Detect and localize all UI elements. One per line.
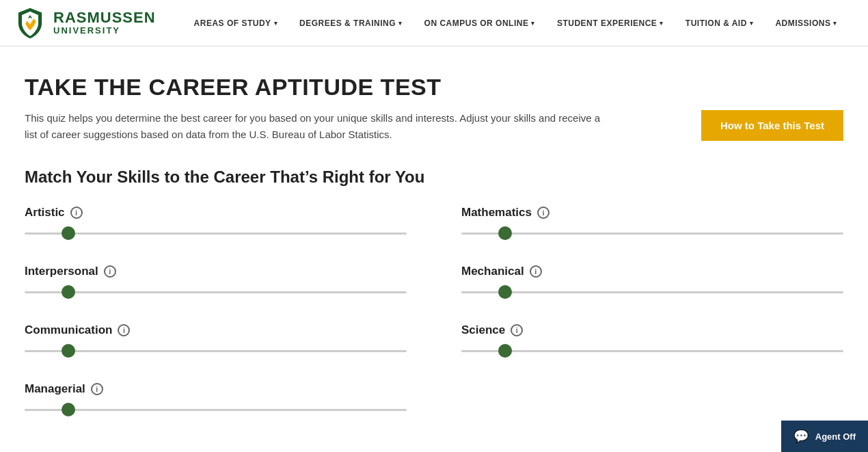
slider-container-mechanical: [461, 285, 843, 299]
caret-icon: ▾: [660, 20, 664, 27]
main-content: Take the CAREER APTITUDE TEST This quiz …: [0, 46, 868, 452]
intro-row: This quiz helps you determine the best c…: [25, 110, 843, 143]
info-icon-artistic[interactable]: i: [70, 207, 83, 219]
right-skills-column: Mathematics i Mechanical i: [461, 206, 843, 441]
slider-container-managerial: [25, 403, 407, 416]
page-title: Take the CAREER APTITUDE TEST: [25, 74, 843, 101]
nav-degrees-training[interactable]: DEGREES & TRAINING ▾: [288, 0, 413, 46]
skill-row-mechanical: Mechanical i: [461, 265, 843, 299]
info-icon-interpersonal[interactable]: i: [104, 265, 116, 278]
skill-label-artistic: Artistic: [25, 206, 65, 220]
slider-container-science: [461, 344, 843, 358]
slider-container-communication: [25, 344, 407, 358]
navbar: RASMUSSEN UNIVERSITY AREAS OF STUDY ▾ DE…: [0, 0, 868, 46]
skill-label-managerial: Managerial: [25, 382, 85, 396]
slider-container-artistic: [25, 226, 407, 240]
logo-link[interactable]: RASMUSSEN UNIVERSITY: [14, 7, 156, 40]
skill-row-managerial: Managerial i: [25, 382, 407, 416]
logo-text: RASMUSSEN UNIVERSITY: [53, 10, 156, 36]
caret-icon: ▾: [833, 20, 837, 27]
skill-row-interpersonal: Interpersonal i: [25, 265, 407, 299]
skill-label-interpersonal: Interpersonal: [25, 265, 98, 278]
slider-container-mathematics: [461, 226, 843, 240]
skill-label-mechanical: Mechanical: [461, 265, 524, 278]
slider-managerial[interactable]: [25, 409, 407, 411]
how-to-button[interactable]: How to Take this Test: [701, 110, 843, 141]
slider-science[interactable]: [461, 350, 843, 352]
caret-icon: ▾: [750, 20, 754, 27]
nav-student-experience[interactable]: STUDENT EXPERIENCE ▾: [546, 0, 675, 46]
logo-icon: [14, 7, 46, 40]
section-heading: Match Your Skills to the Career That’s R…: [25, 168, 843, 187]
caret-icon: ▾: [398, 20, 403, 27]
slider-interpersonal[interactable]: [25, 291, 407, 293]
caret-icon: ▾: [531, 20, 535, 27]
slider-communication[interactable]: [25, 350, 407, 352]
skill-row-mathematics: Mathematics i: [461, 206, 843, 240]
info-icon-communication[interactable]: i: [118, 324, 130, 336]
chat-label: Agent Off: [815, 431, 856, 442]
chat-widget[interactable]: 💬 Agent Off: [781, 421, 868, 452]
intro-text: This quiz helps you determine the best c…: [25, 110, 612, 143]
nav-admissions[interactable]: ADMISSIONS ▾: [764, 0, 848, 46]
skill-row-science: Science i: [461, 323, 843, 358]
slider-artistic[interactable]: [25, 232, 407, 235]
nav-links: AREAS OF STUDY ▾ DEGREES & TRAINING ▾ ON…: [183, 0, 854, 46]
left-skills-column: Artistic i Interpersonal i: [25, 206, 407, 441]
nav-on-campus-online[interactable]: ON CAMPUS OR ONLINE ▾: [413, 0, 546, 46]
info-icon-managerial[interactable]: i: [91, 383, 103, 395]
skill-label-mathematics: Mathematics: [461, 206, 532, 220]
info-icon-science[interactable]: i: [511, 324, 523, 336]
skill-label-communication: Communication: [25, 323, 112, 337]
chat-icon: 💬: [794, 429, 809, 444]
skill-label-science: Science: [461, 323, 505, 337]
skill-row-artistic: Artistic i: [25, 206, 407, 240]
sliders-grid: Artistic i Interpersonal i: [25, 206, 843, 441]
slider-mechanical[interactable]: [461, 291, 843, 293]
caret-icon: ▾: [274, 20, 278, 27]
info-icon-mathematics[interactable]: i: [537, 207, 550, 219]
nav-tuition-aid[interactable]: TUITION & AID ▾: [675, 0, 765, 46]
info-icon-mechanical[interactable]: i: [530, 265, 542, 278]
nav-areas-of-study[interactable]: AREAS OF STUDY ▾: [183, 0, 289, 46]
slider-container-interpersonal: [25, 285, 407, 299]
skill-row-communication: Communication i: [25, 323, 407, 358]
slider-mathematics[interactable]: [461, 232, 843, 235]
